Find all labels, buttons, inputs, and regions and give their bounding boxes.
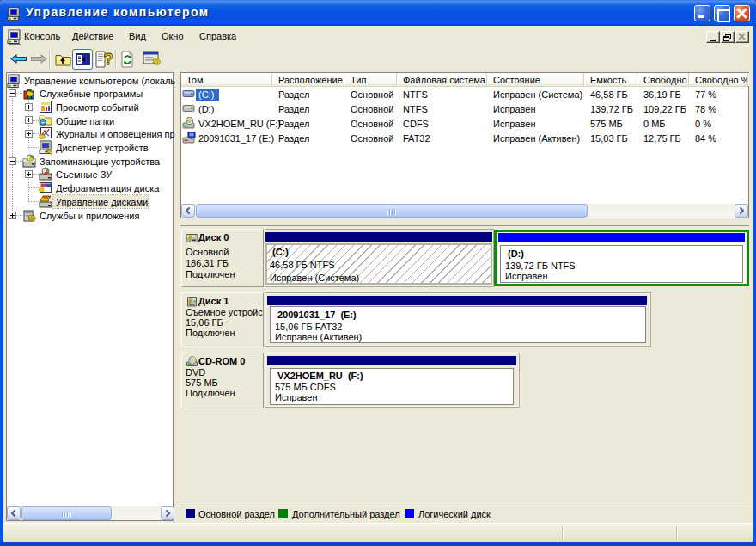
svg-text:?: ? <box>103 50 113 68</box>
